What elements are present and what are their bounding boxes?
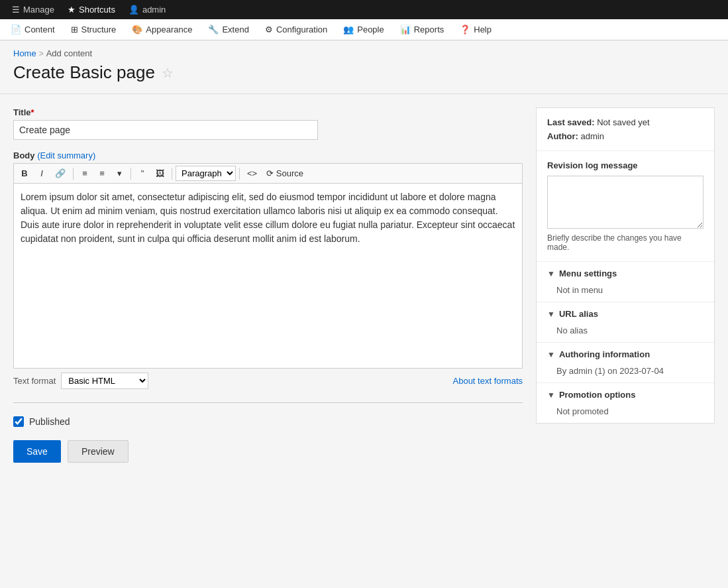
nav-extend-label: Extend: [222, 25, 248, 34]
menu-settings-section: ▼ Menu settings Not in menu: [537, 262, 714, 302]
url-alias-section: ▼ URL alias No alias: [537, 302, 714, 343]
url-alias-value: No alias: [537, 325, 714, 342]
authoring-section: ▼ Authoring information By admin (1) on …: [537, 343, 714, 383]
title-group: Title*: [13, 107, 523, 140]
help-icon: ❓: [460, 25, 470, 34]
nav-reports-label: Reports: [414, 25, 444, 34]
configuration-icon: ⚙: [265, 25, 273, 34]
toolbar-separator-1: [73, 168, 74, 180]
nav-structure-label: Structure: [81, 25, 117, 34]
nav-content-label: Content: [25, 25, 55, 34]
paragraph-format-select[interactable]: Paragraph Heading 1 Heading 2 Heading 3: [176, 166, 236, 181]
nav-configuration-label: Configuration: [276, 25, 327, 34]
source-button[interactable]: ⟳ Source: [262, 166, 307, 180]
save-button[interactable]: Save: [13, 440, 61, 463]
revision-hint: Briefly describe the changes you have ma…: [547, 233, 703, 252]
body-content: Lorem ipsum dolor sit amet, consectetur …: [21, 192, 515, 244]
nav-appearance[interactable]: 🎨 Appearance: [124, 19, 200, 40]
admin-user-label: admin: [142, 5, 166, 15]
authoring-value: By admin (1) on 2023-07-04: [537, 366, 714, 382]
list-dropdown-button[interactable]: ▾: [111, 166, 127, 180]
bold-button[interactable]: B: [17, 166, 32, 180]
page-header: Home > Add content Create Basic page ☆: [0, 40, 728, 94]
promotion-title: Promotion options: [559, 390, 636, 400]
sidebar-meta: Last saved: Not saved yet Author: admin: [537, 108, 714, 151]
published-label[interactable]: Published: [29, 416, 70, 427]
authoring-header[interactable]: ▼ Authoring information: [537, 343, 714, 366]
source-code-button[interactable]: <>: [243, 166, 261, 180]
nav-reports[interactable]: 📊 Reports: [392, 19, 452, 40]
url-alias-title: URL alias: [559, 309, 598, 319]
ordered-list-button[interactable]: ≡: [94, 166, 110, 180]
nav-extend[interactable]: 🔧 Extend: [200, 19, 256, 40]
preview-button[interactable]: Preview: [68, 440, 129, 463]
form-divider: [13, 402, 523, 403]
edit-summary-link[interactable]: (Edit summary): [37, 150, 95, 160]
manage-label: Manage: [23, 5, 54, 15]
sidebar: Last saved: Not saved yet Author: admin …: [536, 107, 715, 424]
revision-section: Revision log message Briefly describe th…: [537, 151, 714, 262]
authoring-title: Authoring information: [559, 349, 650, 359]
bullet-list-button[interactable]: ≡: [77, 166, 93, 180]
text-format-select[interactable]: Basic HTML Full HTML Restricted HTML Pla…: [61, 373, 148, 389]
text-format-group: Text format Basic HTML Full HTML Restric…: [13, 373, 148, 389]
nav-content[interactable]: 📄 Content: [3, 19, 63, 40]
admin-bar: ☰ Manage ★ Shortcuts 👤 admin: [0, 0, 728, 19]
hamburger-icon: ☰: [12, 5, 20, 15]
appearance-icon: 🎨: [132, 25, 142, 34]
sidebar-panel: Last saved: Not saved yet Author: admin …: [536, 107, 715, 424]
form-area: Title* Body (Edit summary) B I 🔗 ≡ ≡ ▾ ": [13, 107, 523, 463]
nav-appearance-label: Appearance: [146, 25, 192, 34]
nav-help-label: Help: [474, 25, 492, 34]
toolbar-separator-4: [239, 168, 240, 180]
shortcuts-menu-item[interactable]: ★ Shortcuts: [61, 0, 122, 19]
text-format-row: Text format Basic HTML Full HTML Restric…: [13, 373, 523, 389]
promotion-header[interactable]: ▼ Promotion options: [537, 383, 714, 406]
editor-toolbar: B I 🔗 ≡ ≡ ▾ " 🖼 Paragraph Heading 1 Head…: [13, 163, 523, 183]
published-checkbox[interactable]: [13, 416, 24, 427]
nav-people-label: People: [357, 25, 384, 34]
nav-structure[interactable]: ⊞ Structure: [63, 19, 125, 40]
shortcuts-label: Shortcuts: [79, 5, 115, 15]
authoring-chevron: ▼: [547, 350, 555, 359]
menu-settings-value: Not in menu: [537, 285, 714, 302]
author-row: Author: admin: [547, 131, 703, 141]
body-group: Body (Edit summary) B I 🔗 ≡ ≡ ▾ " 🖼 Para…: [13, 150, 523, 389]
promotion-section: ▼ Promotion options Not promoted: [537, 383, 714, 423]
user-icon: 👤: [129, 5, 139, 15]
author-label: Author:: [547, 131, 578, 141]
breadcrumb-separator: >: [39, 49, 44, 58]
italic-button[interactable]: I: [34, 166, 50, 180]
published-row: Published: [13, 416, 523, 427]
revision-log-label: Revision log message: [547, 160, 703, 170]
breadcrumb-home[interactable]: Home: [13, 48, 36, 58]
blockquote-button[interactable]: ": [134, 166, 150, 180]
people-icon: 👥: [343, 25, 354, 34]
reports-icon: 📊: [400, 25, 411, 34]
menu-settings-header[interactable]: ▼ Menu settings: [537, 262, 714, 285]
toolbar-separator-3: [172, 168, 172, 180]
manage-menu-item[interactable]: ☰ Manage: [5, 0, 61, 19]
breadcrumb: Home > Add content: [13, 48, 715, 58]
promotion-chevron: ▼: [547, 390, 555, 400]
action-buttons: Save Preview: [13, 440, 523, 463]
nav-people[interactable]: 👥 People: [335, 19, 391, 40]
main-content: Title* Body (Edit summary) B I 🔗 ≡ ≡ ▾ ": [0, 94, 728, 476]
image-button[interactable]: 🖼: [152, 166, 168, 180]
favorite-star-icon[interactable]: ☆: [162, 65, 174, 81]
about-formats-link[interactable]: About text formats: [453, 376, 523, 386]
title-label: Title*: [13, 107, 523, 117]
body-editor[interactable]: Lorem ipsum dolor sit amet, consectetur …: [13, 183, 523, 369]
revision-log-textarea[interactable]: [547, 176, 703, 229]
url-alias-header[interactable]: ▼ URL alias: [537, 302, 714, 325]
link-button[interactable]: 🔗: [51, 166, 70, 180]
nav-configuration[interactable]: ⚙ Configuration: [257, 19, 335, 40]
title-input[interactable]: [13, 120, 318, 140]
structure-icon: ⊞: [71, 25, 78, 34]
url-alias-chevron: ▼: [547, 310, 555, 319]
content-icon: 📄: [11, 25, 21, 34]
breadcrumb-current: Add content: [46, 48, 92, 58]
author-value: admin: [581, 131, 604, 141]
nav-help[interactable]: ❓ Help: [452, 19, 499, 40]
admin-user-menu-item[interactable]: 👤 admin: [122, 0, 172, 19]
